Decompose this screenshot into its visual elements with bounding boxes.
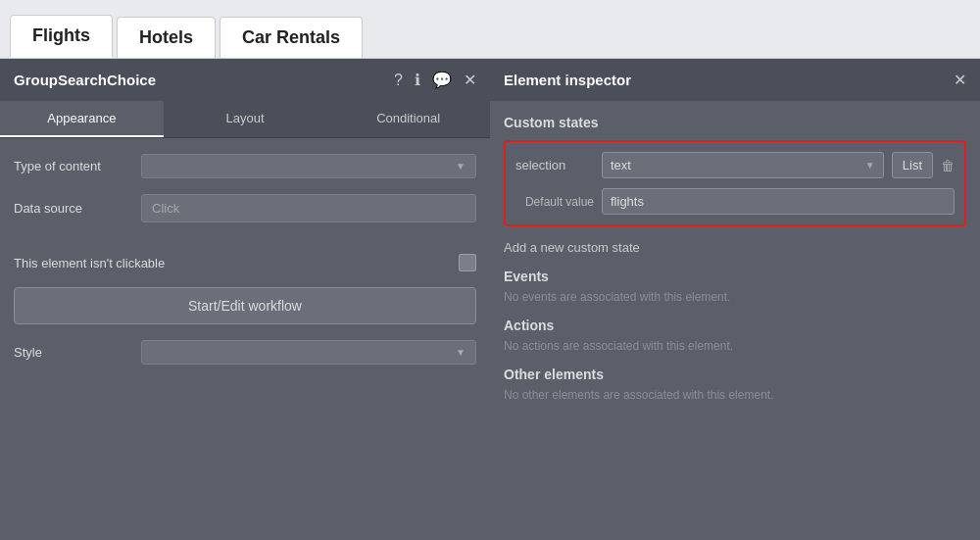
tab-car-rentals[interactable]: Car Rentals — [220, 17, 363, 58]
style-label: Style — [14, 345, 141, 360]
right-panel: Element inspector ✕ Custom states select… — [490, 59, 980, 540]
not-clickable-checkbox[interactable] — [459, 254, 476, 271]
actions-section: Actions No actions are associated with t… — [504, 318, 966, 353]
default-value-row: Default value flights — [515, 188, 955, 215]
left-panel-header: GroupSearchChoice ? ℹ 💬 ✕ — [0, 59, 490, 101]
tab-layout[interactable]: Layout — [164, 101, 327, 137]
custom-states-section-label: Custom states — [504, 115, 966, 130]
left-panel: GroupSearchChoice ? ℹ 💬 ✕ Appearance Lay… — [0, 59, 490, 540]
left-panel-body: Type of content ▼ Data source Click This… — [0, 138, 490, 380]
not-clickable-label: This element isn't clickable — [14, 256, 165, 270]
tab-flights[interactable]: Flights — [10, 15, 113, 58]
not-clickable-row: This element isn't clickable — [14, 254, 476, 271]
custom-state-row: selection text ▼ List 🗑 — [515, 152, 955, 178]
close-icon[interactable]: ✕ — [464, 71, 476, 89]
info-icon[interactable]: ℹ — [415, 71, 420, 89]
right-panel-header: Element inspector ✕ — [490, 59, 980, 101]
canvas-tabs-bar: Flights Hotels Car Rentals — [0, 0, 980, 59]
data-source-row: Data source Click — [14, 194, 476, 222]
add-custom-state-link[interactable]: Add a new custom state — [504, 240, 966, 255]
default-value-label: Default value — [515, 195, 594, 209]
type-of-content-label: Type of content — [14, 159, 141, 173]
right-panel-body: Custom states selection text ▼ List 🗑 De… — [490, 101, 980, 533]
tab-conditional[interactable]: Conditional — [326, 101, 490, 137]
workflow-button[interactable]: Start/Edit workflow — [14, 287, 476, 324]
left-panel-title: GroupSearchChoice — [14, 72, 156, 88]
help-icon[interactable]: ? — [394, 72, 403, 89]
list-button[interactable]: List — [892, 152, 933, 178]
default-value-input[interactable]: flights — [602, 188, 955, 215]
other-elements-label: Other elements — [504, 367, 966, 382]
type-of-content-dropdown[interactable]: ▼ — [141, 154, 476, 178]
events-section: Events No events are associated with thi… — [504, 269, 966, 304]
state-type-dropdown[interactable]: text ▼ — [602, 152, 884, 178]
right-panel-close-icon[interactable]: ✕ — [954, 71, 966, 89]
style-row: Style ▼ — [14, 340, 476, 365]
comment-icon[interactable]: 💬 — [432, 71, 452, 89]
state-name-label: selection — [515, 158, 594, 172]
tab-appearance[interactable]: Appearance — [0, 101, 164, 137]
appearance-tabs: Appearance Layout Conditional — [0, 101, 490, 138]
actions-no-content: No actions are associated with this elem… — [504, 339, 966, 353]
data-source-label: Data source — [14, 201, 141, 216]
style-chevron-icon: ▼ — [456, 347, 466, 358]
data-source-placeholder: Click — [152, 201, 179, 216]
chevron-down-icon: ▼ — [456, 161, 466, 172]
events-no-content: No events are associated with this eleme… — [504, 290, 966, 304]
left-panel-icon-group: ? ℹ 💬 ✕ — [394, 71, 476, 89]
other-elements-no-content: No other elements are associated with th… — [504, 388, 966, 402]
state-type-value: text — [611, 158, 631, 172]
events-label: Events — [504, 269, 966, 284]
tab-hotels[interactable]: Hotels — [117, 17, 216, 58]
data-source-input[interactable]: Click — [141, 194, 476, 222]
style-dropdown[interactable]: ▼ — [141, 340, 476, 365]
right-panel-title: Element inspector — [504, 72, 631, 88]
type-of-content-row: Type of content ▼ — [14, 154, 476, 178]
trash-icon[interactable]: 🗑 — [941, 158, 955, 173]
other-elements-section: Other elements No other elements are ass… — [504, 367, 966, 402]
state-type-chevron-icon: ▼ — [865, 160, 875, 171]
actions-label: Actions — [504, 318, 966, 333]
custom-states-box: selection text ▼ List 🗑 Default value fl… — [504, 140, 966, 226]
